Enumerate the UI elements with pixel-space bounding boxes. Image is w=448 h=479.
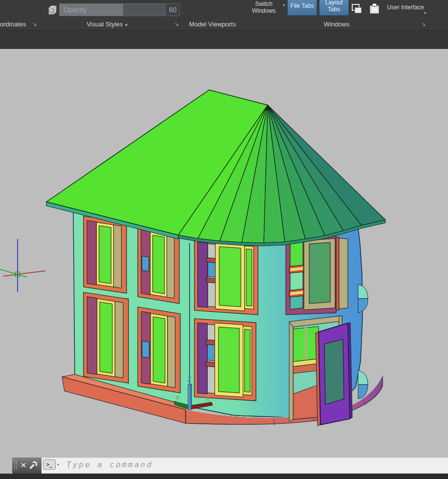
panel-label-windows[interactable]: Windows [245,20,428,29]
ucs-icon [0,239,45,292]
tower-ledge-upper [358,284,368,313]
clipboard-icon [368,2,381,15]
autocad-window: ordinates ↘ Opacity 60 Visual Styles▾ ↘ [0,0,448,479]
panel-label-visual-styles[interactable]: Visual Styles▾ [41,20,173,29]
user-interface-caret-icon[interactable]: ▾ [424,11,426,15]
command-input[interactable]: Type a command [66,460,153,469]
wrench-icon [28,460,38,470]
tower-ledge-lower [358,370,368,399]
drag-grip-icon[interactable] [14,461,15,462]
coordinates-launcher-icon[interactable]: ↘ [32,21,37,27]
ribbon-lower-strip [0,30,448,49]
window-lower-3 [194,319,256,401]
command-history-caret-icon[interactable]: ▾ [57,462,59,467]
opacity-slider[interactable]: Opacity [59,3,165,16]
opacity-slider-label: Opacity [64,4,86,16]
bottom-strip [0,474,448,479]
visual-styles-launcher-icon[interactable]: ↘ [174,21,179,27]
chevron-down-icon: ▾ [125,22,128,27]
command-prompt-chip[interactable]: >_ [43,459,56,470]
window-upper-3 [194,238,258,315]
window-lower-2 [138,307,180,393]
switch-windows-caret-icon[interactable]: ▾ [283,3,285,7]
window-tower-upper [286,236,348,315]
close-command-line-button[interactable]: ✕ [20,460,27,471]
cascade-windows-icon [350,3,363,15]
customize-command-line-button[interactable] [28,460,38,470]
panel-label-model-viewports[interactable]: Model Viewports [181,20,244,29]
user-interface-button[interactable]: User Interface [386,0,425,19]
window-lower-1 [84,292,128,383]
coordinates-panel-label: ordinates [0,20,26,29]
entrance-door [289,316,352,426]
windows-launcher-icon[interactable]: ↘ [421,21,426,27]
ribbon: ordinates ↘ Opacity 60 Visual Styles▾ ↘ [0,0,448,30]
drawing-viewport[interactable]: Z Y X [0,49,448,457]
visual-styles-icon[interactable] [47,5,58,16]
clipboard-button[interactable] [368,2,381,15]
axis-label-y: Y [175,394,180,402]
opacity-value[interactable]: 60 [166,3,180,16]
cascade-windows-button[interactable] [350,3,363,15]
model-canvas: Z Y X [0,49,448,457]
house-model: Z Y X [46,90,385,426]
panel-separator [428,0,429,30]
axis-label-x: X [206,395,210,403]
axis-label-z: Z [187,375,192,383]
window-upper-1 [84,216,127,293]
file-tabs-toggle-button[interactable]: File Tabs [287,0,317,16]
layout-tabs-toggle-button[interactable]: Layout Tabs [319,0,349,16]
switch-windows-button[interactable]: Switch Windows [246,0,282,19]
